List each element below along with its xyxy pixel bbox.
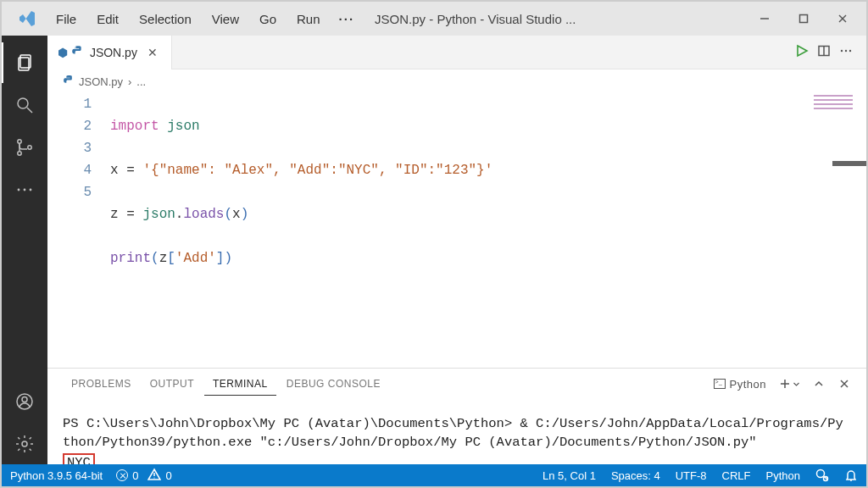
breadcrumb-separator-icon: ›	[128, 75, 131, 88]
tab-close-icon[interactable]: ✕	[144, 44, 161, 61]
panel-tab-problems[interactable]: PROBLEMS	[63, 373, 140, 395]
menu-view[interactable]: View	[203, 8, 248, 30]
terminal-shell-select[interactable]: Python	[714, 378, 766, 391]
tab-filename: JSON.py	[90, 46, 137, 59]
svg-point-9	[18, 152, 21, 155]
window-title: JSON.py - Python - Visual Studio ...	[375, 12, 576, 26]
svg-line-7	[27, 108, 32, 113]
menu-run[interactable]: Run	[288, 8, 329, 30]
python-file-icon	[63, 75, 74, 88]
close-button[interactable]	[824, 5, 861, 32]
line-gutter: 1 2 3 4 5	[47, 93, 110, 358]
svg-marker-19	[798, 46, 807, 56]
breadcrumb-file: JSON.py	[79, 75, 123, 88]
panel-close-icon[interactable]	[837, 377, 851, 391]
svg-point-22	[841, 49, 843, 51]
panel-tab-terminal[interactable]: TERMINAL	[204, 373, 276, 396]
svg-point-14	[30, 189, 32, 191]
terminal-new-icon[interactable]	[778, 377, 800, 391]
status-bar: Python 3.9.5 64-bit 0 0 Ln 5, Col 1 Spac…	[2, 464, 866, 486]
vscode-logo-icon	[17, 8, 37, 29]
svg-point-31	[154, 477, 155, 478]
status-problems[interactable]: 0 0	[116, 468, 171, 484]
vscode-window: File Edit Selection View Go Run ··· JSON…	[0, 0, 868, 488]
title-bar: File Edit Selection View Go Run ··· JSON…	[2, 2, 866, 36]
activity-more-icon[interactable]	[2, 169, 47, 210]
panel-tab-output[interactable]: OUTPUT	[142, 373, 203, 395]
activity-settings[interactable]	[2, 424, 47, 464]
error-icon	[116, 469, 128, 481]
menu-go[interactable]: Go	[251, 8, 285, 30]
menu-file[interactable]: File	[47, 8, 85, 30]
status-eol[interactable]: CRLF	[722, 469, 751, 482]
status-python-version[interactable]: Python 3.9.5 64-bit	[10, 469, 103, 482]
svg-point-16	[22, 397, 27, 402]
svg-point-18	[75, 47, 76, 47]
window-controls	[746, 5, 861, 32]
status-language[interactable]: Python	[766, 469, 800, 482]
maximize-button[interactable]	[785, 5, 822, 32]
terminal-content[interactable]: PS C:\Users\John\Dropbox\My PC (Avatar)\…	[47, 399, 866, 464]
menu-edit[interactable]: Edit	[88, 8, 127, 30]
code-editor[interactable]: 1 2 3 4 5 import json x = '{"name": "Ale…	[47, 93, 866, 368]
warning-icon	[147, 468, 161, 484]
terminal-output-highlight: NYC	[63, 453, 95, 464]
svg-point-23	[845, 49, 847, 51]
status-notifications-icon[interactable]	[844, 469, 858, 482]
activity-account[interactable]	[2, 381, 47, 422]
panel-maximize-icon[interactable]	[812, 377, 826, 391]
svg-point-17	[22, 441, 27, 446]
svg-point-8	[18, 140, 21, 143]
activity-explorer[interactable]	[2, 42, 47, 83]
activity-source-control[interactable]	[2, 127, 47, 168]
scroll-indicator	[832, 161, 866, 166]
breadcrumb-rest: ...	[136, 75, 146, 88]
status-cursor-position[interactable]: Ln 5, Col 1	[542, 469, 596, 482]
svg-point-13	[24, 189, 26, 191]
editor-tab-json-py[interactable]: JSON.py ✕	[47, 36, 172, 69]
code-content[interactable]: import json x = '{"name": "Alex", "Add":…	[110, 93, 866, 358]
breadcrumb[interactable]: JSON.py › ...	[47, 69, 866, 93]
svg-point-6	[18, 98, 28, 108]
svg-rect-1	[800, 15, 808, 23]
panel-tab-debug-console[interactable]: DEBUG CONSOLE	[278, 373, 389, 395]
python-file-icon	[58, 45, 83, 59]
terminal-line: PS C:\Users\John\Dropbox\My PC (Avatar)\…	[63, 414, 851, 452]
editor-tab-bar: JSON.py ✕	[47, 36, 866, 69]
panel-tab-bar: PROBLEMS OUTPUT TERMINAL DEBUG CONSOLE P…	[47, 369, 866, 399]
svg-point-24	[849, 49, 851, 51]
svg-point-32	[817, 470, 825, 478]
split-editor-icon[interactable]	[817, 44, 831, 61]
menu-bar: File Edit Selection View Go Run ···	[47, 8, 361, 30]
terminal-icon	[714, 379, 726, 389]
status-encoding[interactable]: UTF-8	[676, 469, 707, 482]
run-button-icon[interactable]	[795, 44, 809, 61]
status-indent[interactable]: Spaces: 4	[611, 469, 660, 482]
svg-point-12	[18, 189, 20, 191]
activity-bar	[2, 36, 47, 464]
minimap[interactable]	[802, 93, 861, 152]
editor-more-icon[interactable]	[839, 44, 853, 61]
menu-selection[interactable]: Selection	[131, 8, 200, 30]
menu-overflow-icon[interactable]: ···	[332, 8, 362, 30]
minimize-button[interactable]	[746, 5, 783, 32]
bottom-panel: PROBLEMS OUTPUT TERMINAL DEBUG CONSOLE P…	[47, 368, 866, 464]
activity-search[interactable]	[2, 85, 47, 125]
status-feedback-icon[interactable]	[815, 469, 829, 482]
svg-point-10	[28, 146, 31, 149]
